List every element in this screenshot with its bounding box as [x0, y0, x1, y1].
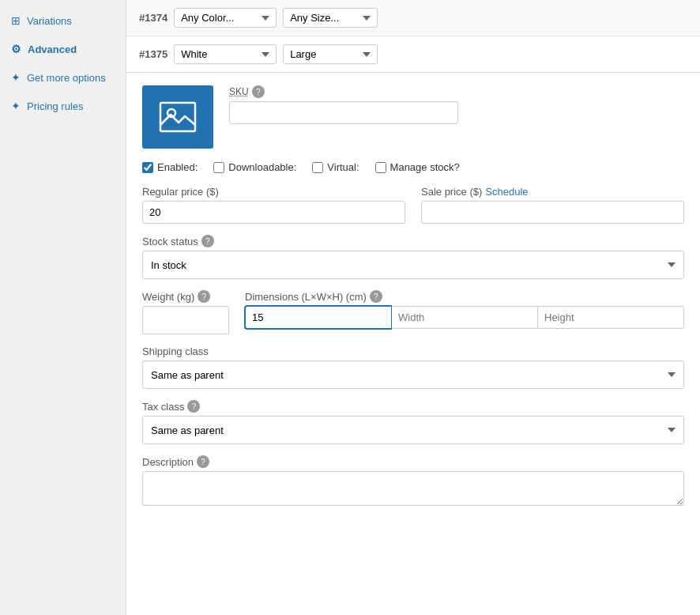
tax-class-help-icon[interactable]: ? [187, 400, 200, 413]
sale-price-group: Sale price ($) Schedule [421, 186, 684, 224]
weight-dimensions-row: Weight (kg) ? Dimensions (L×W×H) (cm) ? [142, 290, 684, 334]
stock-status-label: Stock status [142, 236, 198, 247]
weight-group: Weight (kg) ? [142, 290, 229, 334]
virtual-checkbox[interactable] [312, 162, 323, 173]
manage-stock-checkbox-group: Manage stock? [375, 161, 460, 173]
dimensions-inputs [245, 306, 684, 329]
regular-price-label-row: Regular price ($) [142, 186, 405, 198]
tax-class-label: Tax class [142, 401, 184, 413]
gear-icon: ⚙ [11, 43, 21, 55]
color-select-1375[interactable]: Any Color... White Black Red [174, 44, 277, 64]
sidebar-label-advanced: Advanced [28, 43, 77, 55]
star-icon-2: ✦ [11, 100, 21, 112]
sidebar-label-get-more-options: Get more options [27, 72, 106, 84]
manage-stock-label[interactable]: Manage stock? [390, 161, 460, 173]
variation-id-1374: #1374 [139, 12, 167, 24]
enabled-checkbox[interactable] [142, 162, 153, 173]
image-sku-row: SKU ? [142, 85, 684, 149]
sidebar: ⊞ Variations ⚙ Advanced ✦ Get more optio… [0, 0, 126, 615]
dimensions-label: Dimensions (L×W×H) (cm) [245, 291, 367, 303]
variation-row-1375: #1375 Any Color... White Black Red Any S… [126, 36, 700, 73]
sidebar-item-variations[interactable]: ⊞ Variations [0, 6, 126, 35]
sku-label: SKU [229, 86, 249, 97]
description-label: Description [142, 456, 194, 468]
stock-status-select[interactable]: In stock Out of stock On backorder [142, 251, 684, 279]
description-label-row: Description ? [142, 455, 684, 468]
dimensions-label-row: Dimensions (L×W×H) (cm) ? [245, 290, 684, 303]
sidebar-item-advanced[interactable]: ⚙ Advanced [0, 35, 126, 63]
sale-price-input[interactable] [421, 201, 684, 224]
weight-input[interactable] [142, 306, 229, 334]
stock-status-row: Stock status ? In stock Out of stock On … [142, 235, 684, 279]
sku-group: SKU ? [229, 85, 684, 124]
dim-height-input[interactable] [537, 306, 684, 329]
downloadable-label[interactable]: Downloadable: [228, 161, 296, 173]
size-select-1375[interactable]: Any Size... Small Medium Large [283, 44, 378, 64]
shipping-class-label: Shipping class [142, 345, 209, 357]
dimensions-help-icon[interactable]: ? [370, 290, 382, 303]
virtual-checkbox-group: Virtual: [312, 161, 359, 173]
enabled-label[interactable]: Enabled: [157, 161, 198, 173]
grid-icon: ⊞ [11, 14, 21, 27]
star-icon-1: ✦ [11, 71, 21, 84]
checkboxes-row: Enabled: Downloadable: Virtual: Manage s… [142, 161, 684, 173]
tax-class-select[interactable]: Same as parent Standard Reduced rate Zer… [142, 416, 684, 444]
sidebar-label-variations: Variations [27, 15, 72, 27]
sale-price-label-row: Sale price ($) Schedule [421, 186, 684, 198]
shipping-class-label-row: Shipping class [142, 345, 684, 357]
tax-class-row: Tax class ? Same as parent Standard Redu… [142, 400, 684, 444]
sidebar-item-pricing-rules[interactable]: ✦ Pricing rules [0, 92, 126, 120]
color-select-1374[interactable]: Any Color... White Black Red [174, 8, 277, 28]
dim-length-input[interactable] [245, 306, 391, 329]
sidebar-label-pricing-rules: Pricing rules [27, 100, 84, 112]
weight-label: Weight (kg) [142, 291, 194, 303]
weight-help-icon[interactable]: ? [198, 290, 210, 303]
product-image[interactable] [142, 85, 213, 149]
description-textarea[interactable] [142, 471, 684, 506]
regular-price-group: Regular price ($) [142, 186, 405, 224]
stock-status-help-icon[interactable]: ? [201, 235, 214, 247]
variation-id-1375: #1375 [139, 48, 167, 60]
size-select-1374[interactable]: Any Size... Small Medium Large [283, 8, 378, 28]
svg-rect-0 [160, 103, 195, 131]
tax-class-label-row: Tax class ? [142, 400, 684, 413]
variation-panel: SKU ? Enabled: Downloadable: [126, 73, 700, 532]
virtual-label[interactable]: Virtual: [327, 161, 359, 173]
downloadable-checkbox-group: Downloadable: [213, 161, 296, 173]
main-content: #1374 Any Color... White Black Red Any S… [126, 0, 700, 615]
sku-help-icon[interactable]: ? [252, 85, 265, 98]
weight-label-row: Weight (kg) ? [142, 290, 229, 303]
schedule-link[interactable]: Schedule [485, 186, 528, 198]
stock-status-label-row: Stock status ? [142, 235, 684, 247]
downloadable-checkbox[interactable] [213, 162, 224, 173]
shipping-class-row: Shipping class Same as parent No shippin… [142, 345, 684, 389]
sku-input[interactable] [229, 101, 458, 124]
enabled-checkbox-group: Enabled: [142, 161, 198, 173]
shipping-class-select[interactable]: Same as parent No shipping class [142, 360, 684, 389]
description-help-icon[interactable]: ? [197, 455, 209, 468]
dimensions-group: Dimensions (L×W×H) (cm) ? [245, 290, 684, 334]
regular-price-input[interactable] [142, 201, 405, 224]
dim-width-input[interactable] [391, 306, 537, 329]
regular-price-label: Regular price ($) [142, 186, 219, 198]
variation-row-1374: #1374 Any Color... White Black Red Any S… [126, 0, 700, 36]
sale-price-label: Sale price ($) [421, 186, 482, 198]
description-section: Description ? [142, 455, 684, 508]
sidebar-item-get-more-options[interactable]: ✦ Get more options [0, 63, 126, 92]
sku-label-row: SKU ? [229, 85, 684, 98]
manage-stock-checkbox[interactable] [375, 162, 386, 173]
price-row: Regular price ($) Sale price ($) Schedul… [142, 186, 684, 224]
